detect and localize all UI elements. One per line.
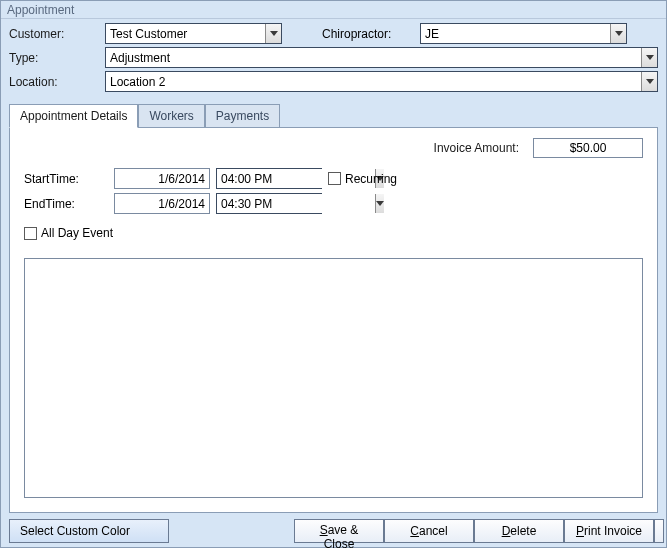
svg-marker-3 xyxy=(646,79,654,84)
location-label: Location: xyxy=(9,75,99,89)
customer-label: Customer: xyxy=(9,27,99,41)
customer-combo[interactable] xyxy=(105,23,282,44)
end-time-input[interactable] xyxy=(217,194,375,213)
svg-marker-1 xyxy=(615,31,623,36)
chiropractor-combo[interactable] xyxy=(420,23,627,44)
end-time-label: EndTime: xyxy=(24,197,108,211)
svg-marker-5 xyxy=(376,201,384,206)
end-time-combo[interactable] xyxy=(216,193,322,214)
end-date-input[interactable] xyxy=(114,193,210,214)
tab-panel-details: Invoice Amount: StartTime: Recurring xyxy=(9,127,658,513)
chevron-down-icon[interactable] xyxy=(641,72,657,91)
save-and-close-button[interactable]: Save & Close xyxy=(294,519,384,543)
svg-marker-0 xyxy=(270,31,278,36)
tab-workers[interactable]: Workers xyxy=(138,104,204,128)
type-input[interactable] xyxy=(106,48,641,67)
tab-region: Appointment Details Workers Payments Inv… xyxy=(9,103,658,513)
button-bar: Select Custom Color Save & Close Cancel … xyxy=(9,519,664,543)
chiropractor-input[interactable] xyxy=(421,24,610,43)
all-day-label: All Day Event xyxy=(41,226,113,240)
checkbox-icon[interactable] xyxy=(24,227,37,240)
start-time-label: StartTime: xyxy=(24,172,108,186)
start-time-combo[interactable] xyxy=(216,168,322,189)
select-custom-color-button[interactable]: Select Custom Color xyxy=(9,519,169,543)
all-day-checkbox[interactable]: All Day Event xyxy=(24,226,113,240)
overflow-button[interactable] xyxy=(654,519,664,543)
appointment-window: Appointment Customer: Chiropractor: Type… xyxy=(0,0,667,548)
header-form: Customer: Chiropractor: Type: xyxy=(1,19,666,97)
print-invoice-button[interactable]: Print Invoice xyxy=(564,519,654,543)
delete-button[interactable]: Delete xyxy=(474,519,564,543)
window-title: Appointment xyxy=(1,1,666,19)
invoice-amount-label: Invoice Amount: xyxy=(434,141,519,155)
tab-strip: Appointment Details Workers Payments xyxy=(9,103,658,127)
notes-textarea[interactable] xyxy=(24,258,643,498)
type-label: Type: xyxy=(9,51,99,65)
type-combo[interactable] xyxy=(105,47,658,68)
tab-payments[interactable]: Payments xyxy=(205,104,280,128)
cancel-button[interactable]: Cancel xyxy=(384,519,474,543)
checkbox-icon[interactable] xyxy=(328,172,341,185)
location-combo[interactable] xyxy=(105,71,658,92)
recurring-checkbox[interactable]: Recurring xyxy=(328,172,397,186)
chevron-down-icon[interactable] xyxy=(375,194,384,213)
recurring-label: Recurring xyxy=(345,172,397,186)
customer-input[interactable] xyxy=(106,24,265,43)
chevron-down-icon[interactable] xyxy=(265,24,281,43)
chevron-down-icon[interactable] xyxy=(610,24,626,43)
invoice-amount-input[interactable] xyxy=(533,138,643,158)
start-date-input[interactable] xyxy=(114,168,210,189)
tab-appointment-details[interactable]: Appointment Details xyxy=(9,104,138,128)
chiropractor-label: Chiropractor: xyxy=(322,27,414,41)
chevron-down-icon[interactable] xyxy=(641,48,657,67)
location-input[interactable] xyxy=(106,72,641,91)
svg-marker-2 xyxy=(646,55,654,60)
